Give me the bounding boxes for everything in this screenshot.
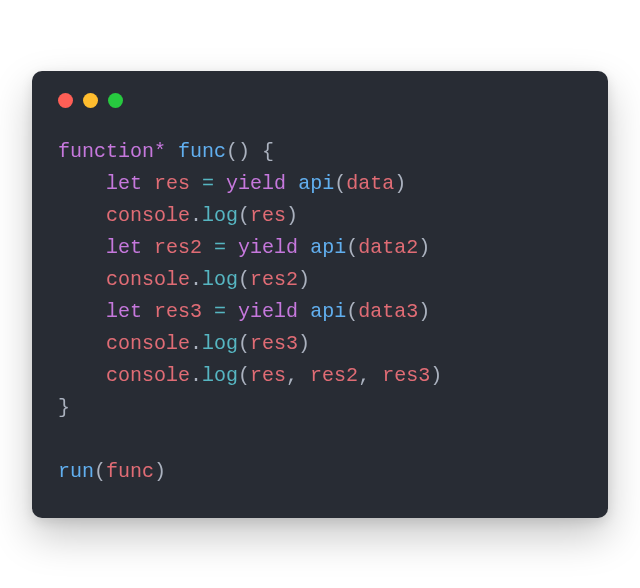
id-res: res — [154, 172, 190, 195]
zoom-icon[interactable] — [108, 93, 123, 108]
code-window: function* func() { let res = yield api(d… — [32, 71, 608, 518]
id-data: data — [346, 172, 394, 195]
keyword-yield: yield — [226, 172, 286, 195]
keyword-let: let — [106, 172, 142, 195]
id-res2: res2 — [154, 236, 202, 259]
id-res3: res3 — [154, 300, 202, 323]
window-controls — [58, 93, 582, 108]
id-data3: data3 — [358, 300, 418, 323]
keyword-function: function — [58, 140, 154, 163]
id-data2: data2 — [358, 236, 418, 259]
id-console: console — [106, 204, 190, 227]
fn-log: log — [202, 204, 238, 227]
minimize-icon[interactable] — [83, 93, 98, 108]
code-block: function* func() { let res = yield api(d… — [58, 136, 582, 488]
fn-api: api — [298, 172, 334, 195]
close-icon[interactable] — [58, 93, 73, 108]
function-name: func — [178, 140, 226, 163]
fn-run: run — [58, 460, 94, 483]
generator-star: * — [154, 140, 166, 163]
